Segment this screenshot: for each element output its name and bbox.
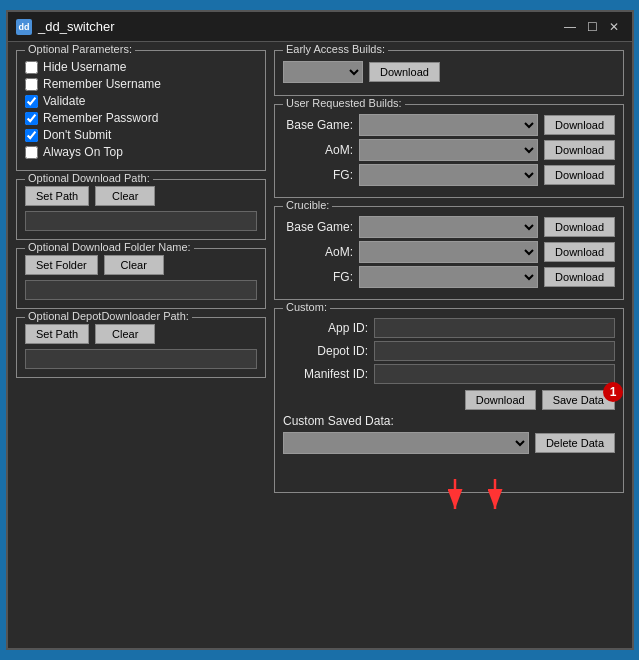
arrow-svg	[435, 479, 555, 519]
validate-checkbox[interactable]	[25, 95, 38, 108]
optional-download-folder-group: Optional Download Folder Name: Set Folde…	[16, 248, 266, 309]
save-data-container: Save Data 1	[542, 390, 615, 410]
crucible-fg-download[interactable]: Download	[544, 267, 615, 287]
arrow-annotation-area	[283, 454, 615, 484]
clear-depot-path-button[interactable]: Clear	[95, 324, 155, 344]
remember-username-label: Remember Username	[43, 77, 161, 91]
user-requested-aom-row: AoM: Download	[283, 139, 615, 161]
clear-path-button[interactable]: Clear	[95, 186, 155, 206]
user-requested-fg-download[interactable]: Download	[544, 165, 615, 185]
remember-password-label: Remember Password	[43, 111, 158, 125]
custom-label: Custom:	[283, 301, 330, 313]
custom-group: Custom: App ID: Depot ID: Manifest ID: D…	[274, 308, 624, 493]
early-access-group: Early Access Builds: Download	[274, 50, 624, 96]
app-id-input[interactable]	[374, 318, 615, 338]
dont-submit-checkbox[interactable]	[25, 129, 38, 142]
validate-label: Validate	[43, 94, 85, 108]
user-requested-fg-row: FG: Download	[283, 164, 615, 186]
badge: 1	[603, 382, 623, 402]
main-window: dd _dd_switcher — ☐ ✕ Optional Parameter…	[6, 10, 634, 650]
download-folder-input[interactable]	[25, 280, 257, 300]
set-folder-button[interactable]: Set Folder	[25, 255, 98, 275]
download-path-input[interactable]	[25, 211, 257, 231]
optional-depot-path-label: Optional DepotDownloader Path:	[25, 310, 192, 322]
dont-submit-label: Don't Submit	[43, 128, 111, 142]
optional-params-label: Optional Parameters:	[25, 43, 135, 55]
close-button[interactable]: ✕	[604, 17, 624, 37]
crucible-fg-row: FG: Download	[283, 266, 615, 288]
always-on-top-checkbox[interactable]	[25, 146, 38, 159]
remember-password-checkbox[interactable]	[25, 112, 38, 125]
user-requested-aom-dropdown[interactable]	[359, 139, 538, 161]
set-depot-path-button[interactable]: Set Path	[25, 324, 89, 344]
manifest-id-label: Manifest ID:	[283, 367, 368, 381]
always-on-top-label: Always On Top	[43, 145, 123, 159]
left-panel: Optional Parameters: Hide Username Remem…	[16, 50, 266, 640]
window-title: _dd_switcher	[38, 19, 560, 34]
user-requested-aom-download[interactable]: Download	[544, 140, 615, 160]
saved-data-dropdown[interactable]	[283, 432, 529, 454]
user-requested-base-game-download[interactable]: Download	[544, 115, 615, 135]
optional-params-group: Optional Parameters: Hide Username Remem…	[16, 50, 266, 171]
custom-saved-data-label: Custom Saved Data:	[283, 414, 394, 428]
crucible-label: Crucible:	[283, 199, 332, 211]
depot-id-row: Depot ID:	[283, 341, 615, 361]
title-controls: — ☐ ✕	[560, 17, 624, 37]
app-icon: dd	[16, 19, 32, 35]
hide-username-label: Hide Username	[43, 60, 126, 74]
optional-download-path-group: Optional Download Path: Set Path Clear	[16, 179, 266, 240]
right-panel: Early Access Builds: Download User Reque…	[274, 50, 624, 640]
hide-username-checkbox[interactable]	[25, 61, 38, 74]
manifest-id-row: Manifest ID:	[283, 364, 615, 384]
crucible-group: Crucible: Base Game: Download AoM: Downl…	[274, 206, 624, 300]
minimize-button[interactable]: —	[560, 17, 580, 37]
title-bar: dd _dd_switcher — ☐ ✕	[8, 12, 632, 42]
crucible-fg-label: FG:	[283, 270, 353, 284]
custom-button-row: Download Save Data 1	[283, 390, 615, 410]
early-access-download-button[interactable]: Download	[369, 62, 440, 82]
crucible-fg-dropdown[interactable]	[359, 266, 538, 288]
checkbox-row-hide-username: Hide Username	[25, 60, 257, 74]
set-path-button[interactable]: Set Path	[25, 186, 89, 206]
crucible-base-game-label: Base Game:	[283, 220, 353, 234]
crucible-aom-label: AoM:	[283, 245, 353, 259]
clear-folder-button[interactable]: Clear	[104, 255, 164, 275]
delete-data-button[interactable]: Delete Data	[535, 433, 615, 453]
optional-depot-path-group: Optional DepotDownloader Path: Set Path …	[16, 317, 266, 378]
early-access-label: Early Access Builds:	[283, 43, 388, 55]
crucible-base-game-dropdown[interactable]	[359, 216, 538, 238]
checkbox-row-remember-username: Remember Username	[25, 77, 257, 91]
depot-id-label: Depot ID:	[283, 344, 368, 358]
optional-download-folder-label: Optional Download Folder Name:	[25, 241, 194, 253]
user-requested-label: User Requested Builds:	[283, 97, 405, 109]
early-access-dropdown[interactable]	[283, 61, 363, 83]
app-id-row: App ID:	[283, 318, 615, 338]
depot-path-input[interactable]	[25, 349, 257, 369]
crucible-aom-download[interactable]: Download	[544, 242, 615, 262]
checkbox-row-remember-password: Remember Password	[25, 111, 257, 125]
user-requested-fg-dropdown[interactable]	[359, 164, 538, 186]
crucible-base-game-download[interactable]: Download	[544, 217, 615, 237]
user-requested-base-game-dropdown[interactable]	[359, 114, 538, 136]
manifest-id-input[interactable]	[374, 364, 615, 384]
remember-username-checkbox[interactable]	[25, 78, 38, 91]
checkbox-row-dont-submit: Don't Submit	[25, 128, 257, 142]
user-requested-group: User Requested Builds: Base Game: Downlo…	[274, 104, 624, 198]
saved-data-row: Delete Data	[283, 432, 615, 454]
checkbox-row-always-on-top: Always On Top	[25, 145, 257, 159]
crucible-base-game-row: Base Game: Download	[283, 216, 615, 238]
user-requested-base-game-label: Base Game:	[283, 118, 353, 132]
maximize-button[interactable]: ☐	[582, 17, 602, 37]
user-requested-base-game-row: Base Game: Download	[283, 114, 615, 136]
optional-download-path-label: Optional Download Path:	[25, 172, 153, 184]
crucible-aom-dropdown[interactable]	[359, 241, 538, 263]
user-requested-aom-label: AoM:	[283, 143, 353, 157]
custom-download-button[interactable]: Download	[465, 390, 536, 410]
crucible-aom-row: AoM: Download	[283, 241, 615, 263]
depot-id-input[interactable]	[374, 341, 615, 361]
checkbox-row-validate: Validate	[25, 94, 257, 108]
app-id-label: App ID:	[283, 321, 368, 335]
user-requested-fg-label: FG:	[283, 168, 353, 182]
